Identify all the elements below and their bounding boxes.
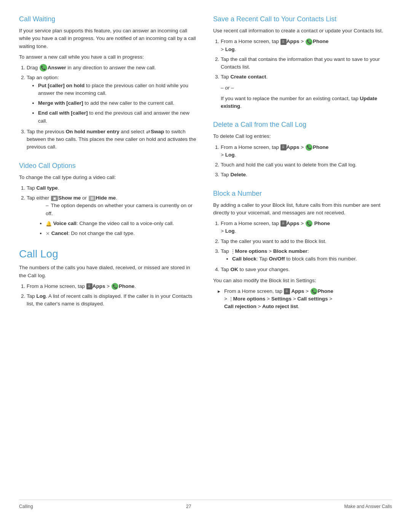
swap-icon: ⇄ <box>146 128 150 136</box>
block-number-steps: From a Home screen, tap ⠿Apps > 📞 Phone>… <box>221 220 392 274</box>
answer-bold: Answer <box>48 65 66 70</box>
delete-call-section: Delete a Call from the Call Log To delet… <box>213 121 392 179</box>
phone-icon-4: 📞 <box>306 220 312 227</box>
hide-icon: ⊠ <box>89 196 96 201</box>
more-options-icon-1: ⋮ <box>231 248 235 255</box>
phone-icon-1: 📞 <box>112 283 118 290</box>
video-option-cancel: ✕ Cancel: Do not change the call type. <box>46 230 198 237</box>
delete-step-2: Touch and hold the call you want to dele… <box>221 161 392 169</box>
save-recent-call-section: Save a Recent Call to Your Contacts List… <box>213 15 392 110</box>
call-log-step-2: Tap Log. A list of recent calls is displ… <box>27 292 198 308</box>
left-column: Call Waiting If your service plan suppor… <box>19 15 198 500</box>
call-waiting-step-1: Drag 📞Answer in any direction to answer … <box>27 64 198 72</box>
also-modify-text: You can also modify the Block list in Se… <box>213 277 392 284</box>
call-waiting-to-answer: To answer a new call while you have a ca… <box>19 53 198 61</box>
option-merge: Merge with [caller] to add the new calle… <box>38 99 198 107</box>
apps-icon-5: ⠿ <box>284 288 290 294</box>
video-step-1: Tap Call type. <box>27 184 198 192</box>
option-end-call: End call with [caller] to end the previo… <box>38 109 198 125</box>
apps-icon-2: ⠿ <box>280 39 287 45</box>
footer-right: Make and Answer Calls <box>344 504 392 509</box>
video-call-intro: To change the call type during a video c… <box>19 174 198 181</box>
block-step-2: Tap the caller you want to add to the Bl… <box>221 238 392 245</box>
call-log-steps: From a Home screen, tap ⠿Apps > 📞Phone. … <box>27 283 198 308</box>
update-existing-text: If you want to replace the number for an… <box>221 95 392 110</box>
voice-icon: 🔔 <box>46 220 52 228</box>
save-step-3: Tap Create contact. <box>221 73 392 81</box>
page: Call Waiting If your service plan suppor… <box>0 0 411 532</box>
save-recent-call-title: Save a Recent Call to Your Contacts List <box>213 15 392 23</box>
delete-call-title: Delete a Call from the Call Log <box>213 121 392 129</box>
save-recent-steps: From a Home screen, tap ⠿Apps > 📞Phone> … <box>221 38 392 81</box>
call-waiting-options: Put [caller] on hold to place the previo… <box>38 82 198 125</box>
block-step-3: Tap ⋮More options > Block number: Call b… <box>221 248 392 263</box>
call-log-title: Call Log <box>19 248 198 260</box>
or-line: – or – <box>221 84 392 92</box>
video-option-voice: 🔔 Voice call: Change the video call to a… <box>46 220 198 227</box>
right-column: Save a Recent Call to Your Contacts List… <box>213 15 392 500</box>
video-call-options-title: Video Call Options <box>19 162 198 170</box>
block-step-1: From a Home screen, tap ⠿Apps > 📞 Phone>… <box>221 220 392 235</box>
call-log-intro: The numbers of the calls you have dialed… <box>19 264 198 280</box>
video-option-camera: The option depends on whether your camer… <box>42 202 198 217</box>
call-log-section: Call Log The numbers of the calls you ha… <box>19 248 198 308</box>
settings-arrow-item: From a Home screen, tap ⠿ Apps > 📞Phone>… <box>217 288 392 311</box>
video-sub-options: The option depends on whether your camer… <box>34 202 198 237</box>
save-step-1: From a Home screen, tap ⠿Apps > 📞Phone> … <box>221 38 392 53</box>
call-waiting-intro: If your service plan supports this featu… <box>19 27 198 50</box>
phone-icon-3: 📞 <box>306 144 312 151</box>
call-waiting-step-3: Tap the previous On hold number entry an… <box>27 128 198 151</box>
video-call-steps: Tap Call type. Tap either ▣Show me or ⊠H… <box>27 184 198 238</box>
settings-arrow-text: From a Home screen, tap ⠿ Apps > 📞Phone>… <box>224 288 333 311</box>
call-block-option: Call block: Tap On/Off to block calls fr… <box>232 255 392 263</box>
show-icon: ▣ <box>51 196 58 201</box>
video-option-list: 🔔 Voice call: Change the video call to a… <box>46 220 198 238</box>
apps-icon-4: ⠿ <box>280 220 287 227</box>
block-number-title: Block a Number <box>213 190 392 198</box>
call-waiting-step-2: Tap an option: Put [caller] on hold to p… <box>27 74 198 125</box>
block-number-section: Block a Number By adding a caller to you… <box>213 190 392 311</box>
more-options-icon-2: ⋮ <box>229 296 233 302</box>
footer-left: Calling <box>19 504 33 509</box>
delete-call-steps: From a Home screen, tap ⠿Apps > 📞Phone> … <box>221 144 392 179</box>
call-waiting-section: Call Waiting If your service plan suppor… <box>19 15 198 151</box>
save-recent-call-intro: Use recent call information to create a … <box>213 27 392 35</box>
video-call-options-section: Video Call Options To change the call ty… <box>19 162 198 238</box>
phone-icon-5: 📞 <box>311 288 317 295</box>
apps-icon-1: ⠿ <box>86 283 92 289</box>
option-put-on-hold: Put [caller] on hold to place the previo… <box>38 82 198 97</box>
call-waiting-title: Call Waiting <box>19 15 198 23</box>
apps-icon-3: ⠿ <box>280 144 287 150</box>
block-step-3-bullets: Call block: Tap On/Off to block calls fr… <box>232 255 392 263</box>
block-number-intro: By adding a caller to your Block list, f… <box>213 201 392 217</box>
save-step-2: Tap the call that contains the informati… <box>221 56 392 71</box>
content-columns: Call Waiting If your service plan suppor… <box>19 15 392 500</box>
footer: Calling 27 Make and Answer Calls <box>19 500 392 509</box>
delete-step-1: From a Home screen, tap ⠿Apps > 📞Phone> … <box>221 144 392 159</box>
call-log-step-1: From a Home screen, tap ⠿Apps > 📞Phone. <box>27 283 198 290</box>
delete-call-intro: To delete Call log entries: <box>213 133 392 140</box>
answer-icon: 📞 <box>40 64 47 72</box>
update-existing-block: If you want to replace the number for an… <box>221 95 392 110</box>
video-step-2: Tap either ▣Show me or ⊠Hide me. The opt… <box>27 194 198 237</box>
delete-step-3: Tap Delete. <box>221 171 392 179</box>
footer-page-number: 27 <box>186 504 191 509</box>
phone-icon-2: 📞 <box>306 38 312 45</box>
call-waiting-steps: Drag 📞Answer in any direction to answer … <box>27 64 198 151</box>
block-step-4: Tap OK to save your changes. <box>221 266 392 273</box>
cancel-icon: ✕ <box>46 230 50 238</box>
